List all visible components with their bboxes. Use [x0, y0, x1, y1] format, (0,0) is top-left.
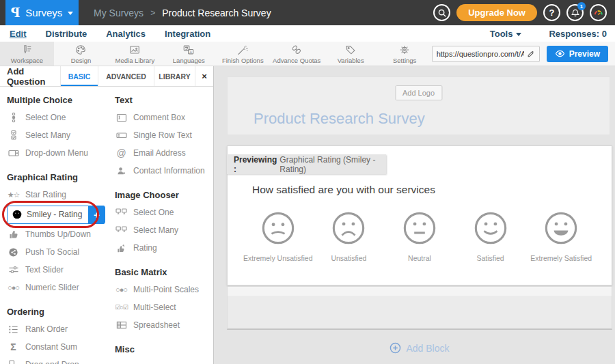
item-spreadsheet[interactable]: Spreadsheet — [115, 316, 213, 334]
item-dropdown-menu[interactable]: Drop-down Menu — [7, 144, 115, 162]
item-label: Email Address — [133, 148, 186, 158]
item-label: Star Rating — [25, 190, 66, 199]
tools-menu[interactable]: Tools — [490, 29, 522, 39]
search-icon — [437, 8, 447, 18]
sidebar-column-2: Text Comment Box Single Row Text — [115, 95, 213, 364]
image-icon — [128, 44, 141, 56]
smiley-option-unsatisfied[interactable]: Unsatisfied — [314, 210, 385, 262]
toolbar-finish-options-button[interactable]: Finish Options — [216, 42, 270, 66]
item-numeric-slider[interactable]: ○●○ Numeric Slider — [7, 279, 115, 296]
section-misc: Misc — [115, 344, 213, 354]
item-drag-and-drop[interactable]: Drag and Drop — [7, 356, 115, 364]
toolbar-settings-button[interactable]: Settings — [378, 42, 432, 66]
item-image-select-many[interactable]: Select Many — [115, 221, 213, 239]
toolbar-label: Finish Options — [222, 57, 264, 64]
item-multi-select[interactable]: ☑○☑ Multi-Select — [115, 298, 213, 316]
item-select-many[interactable]: Select Many — [7, 126, 115, 144]
add-logo-button[interactable]: Add Logo — [395, 85, 442, 100]
smiley-icon — [12, 209, 23, 220]
nav-tab-integration[interactable]: Integration — [165, 29, 210, 39]
survey-header-block: Add Logo Product Research Survey — [227, 76, 610, 135]
item-select-one[interactable]: Select One — [7, 109, 115, 126]
sidebar-body: Multiple Choice Select One Select Many — [0, 87, 213, 364]
item-smiley-rating[interactable]: Smiley - Rating + — [7, 206, 105, 224]
preview-label: Preview — [569, 49, 600, 59]
item-multi-point-scales[interactable]: ○●○ Multi-Point Scales — [115, 281, 213, 298]
add-block-button[interactable]: Add Block — [227, 342, 612, 354]
sigma-icon: Σ — [7, 341, 20, 352]
smiley-label: Unsatisfied — [331, 254, 366, 262]
item-label: Drop-down Menu — [25, 148, 88, 158]
edit-pencil-icon[interactable] — [527, 50, 535, 58]
preview-button[interactable]: Preview — [547, 46, 608, 62]
section-ordering: Ordering Rank Order Σ Constant Sum — [7, 307, 115, 364]
search-button[interactable] — [433, 4, 450, 21]
brand-menu[interactable]: P Surveys — [5, 0, 79, 25]
dots-scale-icon: ○●○ — [115, 285, 128, 294]
item-contact-information[interactable]: Contact Information — [115, 162, 213, 180]
add-question-title: Add Question — [0, 66, 60, 86]
drag-cursor-icon — [7, 359, 20, 364]
survey-canvas: Add Logo Product Research Survey Preview… — [214, 66, 615, 364]
item-constant-sum[interactable]: Σ Constant Sum — [7, 338, 115, 356]
help-button[interactable]: ? — [543, 4, 560, 21]
add-block-label: Add Block — [406, 343, 449, 354]
toolbar-design-button[interactable]: Design — [54, 42, 108, 66]
item-thumbs-up-down[interactable]: Thumbs Up/Down — [7, 225, 115, 243]
questionpro-logo-icon: P — [11, 5, 20, 20]
person-icon — [115, 166, 128, 176]
item-comment-box[interactable]: Comment Box — [115, 109, 213, 126]
smiley-option-neutral[interactable]: Neutral — [384, 210, 455, 262]
notifications-button[interactable]: 1 — [566, 4, 584, 21]
item-text-slider[interactable]: Text Slider — [7, 261, 115, 279]
section-title: Image Chooser — [115, 190, 213, 200]
nav-right: Tools Responses: 0 — [490, 29, 607, 39]
responses-count[interactable]: Responses: 0 — [549, 29, 607, 39]
account-avatar[interactable] — [590, 4, 607, 21]
breadcrumb-separator: > — [150, 8, 155, 18]
item-smiley-rating-row: Smiley - Rating + — [7, 204, 115, 225]
item-star-rating[interactable]: ★☆ Star Rating — [7, 186, 115, 204]
item-image-select-one[interactable]: Select One — [115, 204, 213, 221]
ranked-list-icon — [7, 324, 20, 335]
nav-tab-distribute[interactable]: Distribute — [46, 29, 87, 39]
smiley-label: Extremely Unsatisfied — [243, 254, 313, 262]
add-smiley-question-button[interactable]: + — [88, 206, 105, 224]
toolbar-media-library-button[interactable]: Media Library — [108, 42, 162, 66]
slight-frown-smiley-icon — [260, 210, 296, 246]
survey-url-value: https://questionpro.com/t/A — [437, 50, 524, 58]
smiley-option-extremely-unsatisfied[interactable]: Extremely Unsatisfied — [243, 210, 314, 262]
item-label: Select Many — [25, 130, 70, 140]
item-image-rating[interactable]: Rating — [115, 239, 213, 257]
toolbar-languages-button[interactable]: A Languages — [162, 42, 216, 66]
item-email-address[interactable]: @ Email Address — [115, 144, 213, 162]
smiley-option-satisfied[interactable]: Satisfied — [455, 210, 526, 262]
toolbar-variables-button[interactable]: Variables — [324, 42, 378, 66]
topbar-actions: Upgrade Now ? 1 — [433, 4, 607, 21]
frown-smiley-icon — [331, 210, 366, 246]
nav-tab-edit[interactable]: Edit — [10, 29, 27, 39]
chevron-down-icon — [516, 33, 521, 36]
close-sidebar-button[interactable]: × — [195, 66, 213, 86]
toolbar-workspace-button[interactable]: Workspace — [0, 42, 54, 66]
upgrade-now-button[interactable]: Upgrade Now — [456, 4, 537, 21]
nav-tab-analytics[interactable]: Analytics — [106, 29, 146, 39]
item-rank-order[interactable]: Rank Order — [7, 320, 115, 338]
toolbar-label: Variables — [338, 57, 364, 64]
add-question-sidebar: Add Question BASIC ADVANCED LIBRARY × Mu… — [0, 66, 214, 364]
radio-stack-icon — [7, 112, 20, 123]
plus-circle-icon — [390, 342, 401, 354]
toolbar-advance-quotas-button[interactable]: Advance Quotas — [270, 42, 324, 66]
item-label: Push To Social — [25, 247, 79, 257]
magic-wand-icon — [236, 44, 249, 56]
tab-advanced[interactable]: ADVANCED — [98, 66, 154, 86]
item-single-row-text[interactable]: Single Row Text — [115, 126, 213, 144]
item-push-to-social[interactable]: Push To Social — [7, 243, 115, 261]
survey-title[interactable]: Product Research Survey — [254, 110, 425, 128]
breadcrumb-my-surveys[interactable]: My Surveys — [94, 8, 144, 18]
toolbar-label: Languages — [173, 57, 205, 64]
survey-url-field[interactable]: https://questionpro.com/t/A — [432, 46, 540, 62]
smiley-option-extremely-satisfied[interactable]: Extremely Satisfied — [525, 210, 597, 262]
tab-basic[interactable]: BASIC — [60, 66, 98, 86]
tab-library[interactable]: LIBRARY — [154, 66, 195, 86]
